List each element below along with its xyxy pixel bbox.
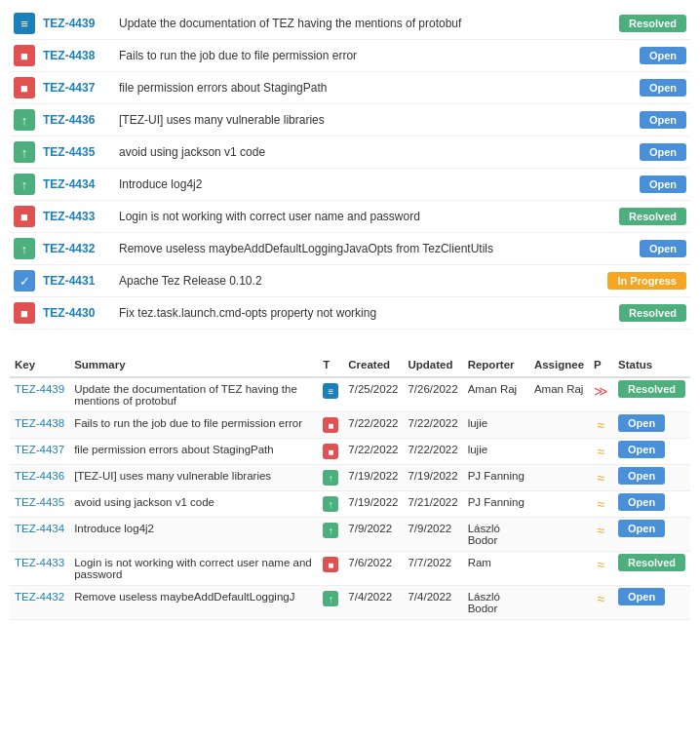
table-status: Open: [613, 465, 690, 491]
table-summary: file permission errors about StagingPath: [69, 439, 318, 465]
table-status-badge[interactable]: Resolved: [618, 554, 685, 571]
type-icon-small: ↑: [323, 523, 338, 538]
table-updated: 7/19/2022: [403, 465, 462, 491]
col-updated: Updated: [403, 353, 462, 377]
table-created: 7/19/2022: [343, 465, 403, 491]
status-badge[interactable]: In Progress: [607, 272, 686, 290]
table-summary: Fails to run the job due to file permiss…: [69, 412, 318, 439]
issue-key-link[interactable]: TEZ-4436: [43, 113, 111, 127]
table-summary: Login is not working with correct user n…: [69, 552, 318, 586]
table-key-link[interactable]: TEZ-4439: [15, 383, 64, 395]
table-status-badge[interactable]: Open: [618, 441, 665, 458]
table-type-icon: ↑: [318, 491, 343, 518]
table-reporter: PJ Fanning: [463, 491, 529, 518]
table-summary: Remove useless maybeAddDefaultLoggingJ: [69, 586, 318, 620]
issue-key-link[interactable]: TEZ-4430: [43, 306, 111, 320]
table-status: Open: [613, 412, 690, 439]
table-created: 7/25/2022: [343, 377, 403, 412]
issue-summary: avoid using jackson v1 code: [119, 145, 632, 159]
table-reporter: Aman Raj: [463, 377, 529, 412]
type-icon-small: ≡: [323, 383, 338, 399]
table-header: Key Summary T Created Updated Reporter A…: [10, 353, 690, 377]
table-summary: Introduce log4j2: [69, 518, 318, 552]
table-status-badge[interactable]: Open: [618, 520, 665, 537]
priority-icon: ≈: [598, 444, 605, 459]
table-section: Key Summary T Created Updated Reporter A…: [0, 353, 700, 630]
status-badge[interactable]: Open: [640, 79, 686, 97]
issue-key-link[interactable]: TEZ-4431: [43, 274, 111, 288]
table-priority: ≈: [589, 465, 613, 491]
table-status-badge[interactable]: Open: [618, 493, 665, 511]
type-icon-small: ■: [323, 417, 338, 433]
table-priority: ≈: [589, 586, 613, 620]
table-updated: 7/7/2022: [403, 552, 462, 586]
status-badge[interactable]: Open: [640, 47, 686, 64]
type-icon-small: ↑: [323, 591, 338, 606]
priority-icon: ≈: [598, 417, 605, 433]
issue-key-link[interactable]: TEZ-4432: [43, 242, 111, 255]
issue-summary: [TEZ-UI] uses many vulnerable libraries: [119, 113, 632, 127]
status-badge[interactable]: Open: [640, 175, 686, 193]
table-key-link[interactable]: TEZ-4438: [15, 417, 64, 429]
issue-key-link[interactable]: TEZ-4435: [43, 145, 111, 159]
table-row: TEZ-4432Remove useless maybeAddDefaultLo…: [10, 586, 690, 620]
table-row: TEZ-4436[TEZ-UI] uses many vulnerable li…: [10, 465, 690, 491]
table-updated: 7/9/2022: [403, 518, 462, 552]
type-icon-small: ↑: [323, 496, 338, 512]
type-icon-small: ■: [323, 557, 338, 572]
type-icon: ■: [14, 45, 35, 66]
issue-key-link[interactable]: TEZ-4433: [43, 210, 111, 223]
table-type-icon: ■: [318, 439, 343, 465]
table-key-link[interactable]: TEZ-4432: [15, 591, 64, 603]
table-priority: ≈: [589, 439, 613, 465]
table-assignee: [529, 465, 589, 491]
table-priority: ≈: [589, 491, 613, 518]
status-badge[interactable]: Open: [640, 111, 686, 129]
type-icon-small: ■: [323, 444, 338, 459]
issue-key-link[interactable]: TEZ-4434: [43, 177, 111, 191]
table-reporter: lujie: [463, 439, 529, 465]
priority-icon: ≈: [598, 470, 605, 486]
table-assignee: [529, 586, 589, 620]
table-key-link[interactable]: TEZ-4435: [15, 496, 64, 508]
table-key-link[interactable]: TEZ-4436: [15, 470, 64, 482]
type-icon: ■: [14, 77, 35, 98]
top-list-item: ≡TEZ-4439Update the documentation of TEZ…: [10, 8, 690, 40]
table-status-badge[interactable]: Open: [618, 414, 665, 432]
status-badge[interactable]: Resolved: [619, 208, 686, 225]
issue-summary: Fails to run the job due to file permiss…: [119, 49, 632, 62]
table-body: TEZ-4439Update the documentation of TEZ …: [10, 377, 690, 620]
status-badge[interactable]: Open: [640, 240, 686, 257]
table-reporter: László Bodor: [463, 586, 529, 620]
table-status-badge[interactable]: Open: [618, 588, 665, 605]
issue-key-link[interactable]: TEZ-4439: [43, 17, 111, 30]
col-summary: Summary: [69, 353, 318, 377]
table-status-badge[interactable]: Open: [618, 467, 665, 485]
table-created: 7/19/2022: [343, 491, 403, 518]
issue-key-link[interactable]: TEZ-4438: [43, 49, 111, 62]
table-reporter: lujie: [463, 412, 529, 439]
table-updated: 7/22/2022: [403, 439, 462, 465]
status-badge[interactable]: Resolved: [619, 15, 686, 32]
table-created: 7/22/2022: [343, 412, 403, 439]
table-created: 7/4/2022: [343, 586, 403, 620]
issue-key-link[interactable]: TEZ-4437: [43, 81, 111, 95]
table-row: TEZ-4433Login is not working with correc…: [10, 552, 690, 586]
table-key-link[interactable]: TEZ-4433: [15, 557, 64, 568]
status-badge[interactable]: Resolved: [619, 304, 686, 322]
table-assignee: [529, 491, 589, 518]
status-badge[interactable]: Open: [640, 143, 686, 161]
col-reporter: Reporter: [463, 353, 529, 377]
table-key-link[interactable]: TEZ-4437: [15, 444, 64, 455]
col-assignee: Assignee: [529, 353, 589, 377]
table-created: 7/6/2022: [343, 552, 403, 586]
table-status-badge[interactable]: Resolved: [618, 380, 685, 398]
top-list-item: ↑TEZ-4432Remove useless maybeAddDefaultL…: [10, 233, 690, 265]
table-row: TEZ-4435avoid using jackson v1 code↑7/19…: [10, 491, 690, 518]
table-row: TEZ-4439Update the documentation of TEZ …: [10, 377, 690, 412]
table-status: Open: [613, 439, 690, 465]
table-status: Open: [613, 491, 690, 518]
table-key-link[interactable]: TEZ-4434: [15, 523, 64, 534]
top-list-item: ■TEZ-4433Login is not working with corre…: [10, 201, 690, 233]
top-list-item: ↑TEZ-4436[TEZ-UI] uses many vulnerable l…: [10, 104, 690, 136]
